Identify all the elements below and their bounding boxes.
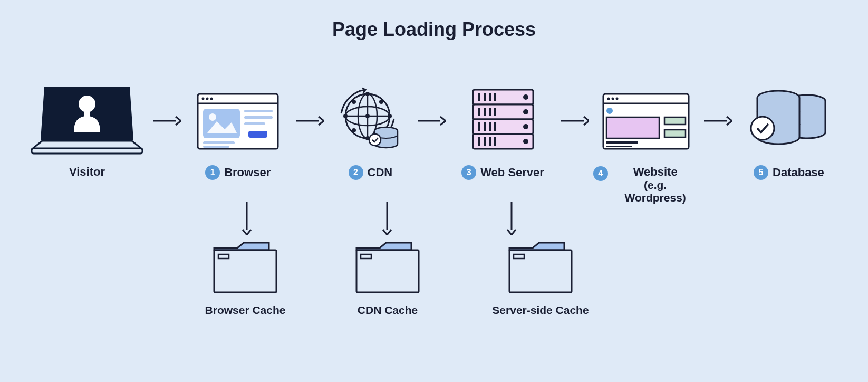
- svg-rect-41: [489, 93, 491, 101]
- svg-point-26: [388, 114, 392, 118]
- svg-point-64: [615, 98, 618, 100]
- step-badge-4: 4: [593, 166, 608, 181]
- svg-rect-44: [478, 108, 480, 116]
- svg-rect-55: [484, 137, 486, 146]
- svg-point-33: [369, 134, 381, 146]
- node-browser-cache: Browser Cache: [195, 232, 295, 317]
- svg-point-6: [202, 98, 205, 100]
- svg-point-58: [523, 139, 528, 144]
- svg-point-1: [79, 96, 95, 112]
- svg-rect-47: [494, 108, 496, 116]
- server-icon: [469, 82, 537, 161]
- svg-rect-42: [494, 93, 496, 101]
- svg-rect-49: [478, 122, 480, 131]
- svg-point-53: [523, 124, 528, 129]
- svg-point-10: [209, 113, 216, 121]
- website-label: Website: [633, 165, 678, 179]
- main-flow-row: Visitor 1 Browser: [26, 82, 842, 204]
- website-sublabel: (e.g. Wordpress): [612, 179, 699, 204]
- svg-rect-56: [489, 137, 491, 146]
- svg-rect-54: [478, 137, 480, 146]
- cdn-icon: [336, 82, 404, 161]
- database-icon: [747, 82, 831, 161]
- node-cdn: 2 CDN: [328, 82, 412, 180]
- svg-rect-57: [494, 137, 496, 146]
- folder-icon: [353, 232, 422, 301]
- svg-rect-51: [489, 122, 491, 131]
- svg-rect-9: [203, 109, 240, 138]
- svg-point-62: [607, 98, 610, 100]
- database-label: Database: [773, 166, 824, 179]
- node-webserver: 3 Web Server: [450, 82, 556, 180]
- arrow-down-icon: [240, 200, 253, 237]
- arrow-right-icon: [560, 114, 589, 127]
- node-visitor: Visitor: [26, 82, 148, 179]
- svg-rect-13: [244, 122, 265, 125]
- folder-icon: [211, 232, 279, 301]
- svg-point-8: [210, 98, 213, 100]
- svg-rect-2: [84, 112, 90, 119]
- svg-rect-66: [606, 117, 659, 138]
- step-badge-1: 1: [205, 165, 220, 180]
- visitor-label: Visitor: [69, 165, 105, 179]
- svg-point-65: [606, 108, 613, 114]
- arrow-right-icon: [295, 114, 324, 127]
- cdn-cache-label: CDN Cache: [358, 304, 418, 317]
- svg-rect-15: [203, 141, 235, 144]
- node-database: 5 Database: [736, 82, 842, 180]
- svg-rect-16: [203, 146, 229, 148]
- caches-row: Browser Cache CDN Cache Server-side Cach…: [195, 232, 601, 317]
- node-cdn-cache: CDN Cache: [337, 232, 438, 317]
- svg-point-27: [365, 114, 370, 118]
- node-website: 4 Website (e.g. Wordpress): [593, 82, 699, 204]
- svg-point-25: [343, 114, 348, 118]
- svg-rect-39: [478, 93, 480, 101]
- svg-point-74: [751, 117, 774, 140]
- step-badge-3: 3: [461, 165, 476, 180]
- svg-point-23: [365, 92, 370, 96]
- svg-point-30: [352, 128, 356, 132]
- diagram-title: Page Loading Process: [0, 18, 868, 41]
- svg-rect-69: [606, 141, 638, 144]
- svg-rect-50: [484, 122, 486, 131]
- node-browser: 1 Browser: [185, 82, 291, 180]
- browser-cache-label: Browser Cache: [205, 304, 286, 317]
- svg-rect-70: [606, 146, 632, 147]
- svg-point-63: [611, 98, 614, 100]
- svg-rect-52: [494, 122, 496, 131]
- svg-point-43: [523, 94, 528, 100]
- svg-rect-11: [244, 110, 273, 112]
- svg-rect-46: [489, 108, 491, 116]
- folder-icon: [506, 232, 575, 301]
- arrow-down-icon: [505, 200, 518, 237]
- svg-rect-40: [484, 93, 486, 101]
- svg-rect-67: [664, 117, 686, 125]
- svg-rect-14: [248, 131, 267, 138]
- svg-point-7: [206, 98, 209, 100]
- step-badge-2: 2: [349, 165, 363, 180]
- svg-rect-12: [244, 116, 273, 119]
- arrow-right-icon: [152, 114, 181, 127]
- webserver-label: Web Server: [480, 166, 544, 179]
- server-cache-label: Server-side Cache: [492, 304, 589, 317]
- arrow-right-icon: [703, 114, 732, 127]
- cdn-label: CDN: [368, 166, 393, 179]
- arrow-down-icon: [381, 200, 393, 237]
- svg-point-28: [352, 100, 356, 104]
- step-badge-5: 5: [754, 165, 768, 180]
- svg-rect-68: [664, 130, 686, 137]
- browser-label: Browser: [224, 166, 271, 179]
- svg-point-48: [523, 109, 528, 114]
- svg-point-29: [379, 100, 383, 104]
- website-icon: [601, 82, 691, 161]
- arrow-right-icon: [417, 114, 446, 127]
- node-server-cache: Server-side Cache: [480, 232, 601, 317]
- svg-rect-45: [484, 108, 486, 116]
- visitor-icon: [29, 82, 145, 161]
- svg-rect-0: [32, 148, 142, 154]
- browser-icon: [196, 82, 280, 161]
